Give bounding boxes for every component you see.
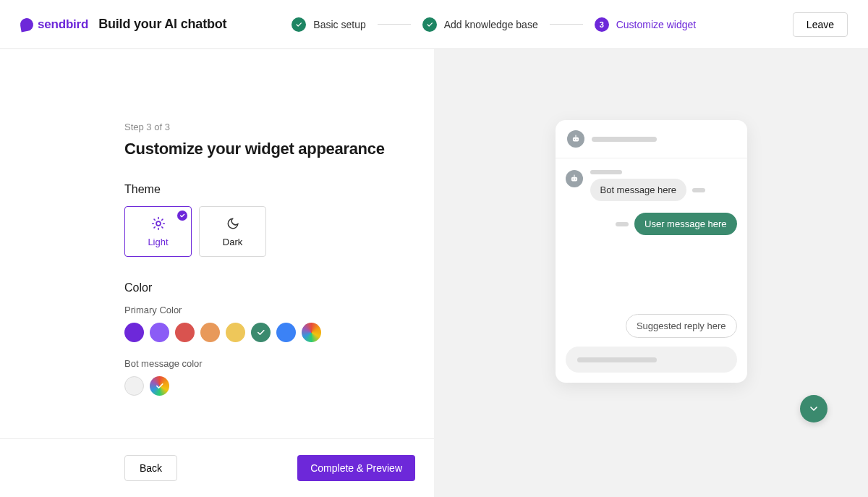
selected-check-icon [177, 211, 187, 221]
color-swatch[interactable] [124, 323, 144, 342]
svg-point-18 [574, 175, 575, 177]
step-counter: Step 3 of 3 [124, 122, 434, 132]
bot-message-color-swatches [124, 376, 434, 396]
bot-avatar-icon [566, 170, 583, 187]
svg-point-15 [572, 179, 574, 180]
bot-message-bubble: Bot message here [590, 179, 687, 201]
theme-option-label: Light [148, 237, 168, 247]
primary-color-swatches [124, 323, 434, 342]
back-button[interactable]: Back [124, 455, 177, 481]
app-title: Build your AI chatbot [98, 17, 226, 32]
svg-point-13 [575, 135, 576, 137]
sun-icon [151, 216, 166, 231]
preview-pane: Bot message here User message here Sugge… [434, 49, 868, 497]
config-pane: Step 3 of 3 Customize your widget appear… [0, 49, 434, 497]
step-connector [550, 24, 583, 25]
theme-options: Light Dark [124, 206, 434, 257]
color-swatch-custom-selected[interactable] [150, 376, 169, 396]
svg-rect-9 [572, 137, 578, 142]
user-message-row: User message here [566, 213, 737, 235]
step-basic-setup[interactable]: Basic setup [292, 17, 365, 32]
color-swatch[interactable] [175, 323, 195, 342]
svg-point-11 [576, 139, 577, 140]
brand: sendbird [20, 17, 88, 32]
svg-line-3 [154, 219, 155, 220]
svg-rect-14 [571, 177, 576, 182]
step-label: Basic setup [313, 19, 365, 30]
theme-section-label: Theme [124, 183, 434, 196]
widget-toggle-fab[interactable] [800, 395, 827, 422]
input-placeholder-line [577, 357, 657, 362]
page-title: Customize your widget appearance [124, 140, 434, 158]
theme-option-dark[interactable]: Dark [199, 206, 266, 257]
widget-preview: Bot message here User message here Sugge… [556, 120, 747, 383]
bot-message-color-label: Bot message color [124, 358, 434, 369]
timestamp-placeholder [616, 222, 629, 226]
widget-body: Bot message here User message here Sugge… [556, 158, 747, 347]
svg-point-0 [156, 221, 161, 226]
color-swatch[interactable] [124, 376, 144, 396]
chevron-down-icon [808, 403, 820, 415]
wizard-footer: Back Complete & Preview [0, 438, 434, 497]
app-header: sendbird Build your AI chatbot Basic set… [0, 0, 868, 49]
timestamp-placeholder [692, 188, 705, 192]
color-swatch[interactable] [226, 323, 245, 342]
color-swatch-selected[interactable] [251, 323, 271, 342]
leave-button[interactable]: Leave [793, 12, 848, 37]
sendbird-logo-icon [20, 17, 35, 32]
check-icon [256, 328, 265, 337]
check-icon [155, 381, 164, 391]
color-swatch[interactable] [200, 323, 220, 342]
step-number-badge: 3 [595, 17, 609, 32]
theme-option-label: Dark [223, 237, 242, 247]
primary-color-label: Primary Color [124, 305, 434, 315]
bot-avatar-icon [567, 130, 584, 148]
color-swatch[interactable] [150, 323, 169, 342]
suggested-reply-chip[interactable]: Suggested reply here [626, 314, 737, 338]
check-icon [292, 17, 306, 32]
theme-option-light[interactable]: Light [124, 206, 192, 257]
color-swatch-custom[interactable] [302, 323, 321, 342]
widget-title-placeholder [592, 137, 657, 142]
color-section-label: Color [124, 281, 434, 294]
step-label: Add knowledge base [444, 19, 538, 30]
svg-line-4 [161, 226, 162, 227]
user-message-bubble: User message here [634, 213, 736, 235]
step-connector [378, 24, 411, 25]
check-icon [422, 17, 437, 32]
widget-header [556, 120, 747, 158]
svg-point-16 [574, 179, 576, 180]
step-label: Customize widget [616, 19, 697, 30]
svg-line-8 [161, 219, 162, 220]
stepper: Basic setup Add knowledge base 3 Customi… [292, 17, 696, 32]
bot-message-row: Bot message here [566, 170, 737, 201]
step-knowledge-base[interactable]: Add knowledge base [422, 17, 538, 32]
complete-preview-button[interactable]: Complete & Preview [297, 455, 415, 481]
color-swatch[interactable] [276, 323, 296, 342]
svg-point-10 [574, 139, 575, 140]
brand-name: sendbird [38, 17, 88, 32]
sender-name-placeholder [590, 170, 622, 174]
widget-input-placeholder[interactable] [566, 347, 737, 373]
step-customize-widget[interactable]: 3 Customize widget [595, 17, 697, 32]
moon-icon [226, 216, 240, 231]
svg-line-7 [154, 226, 155, 227]
